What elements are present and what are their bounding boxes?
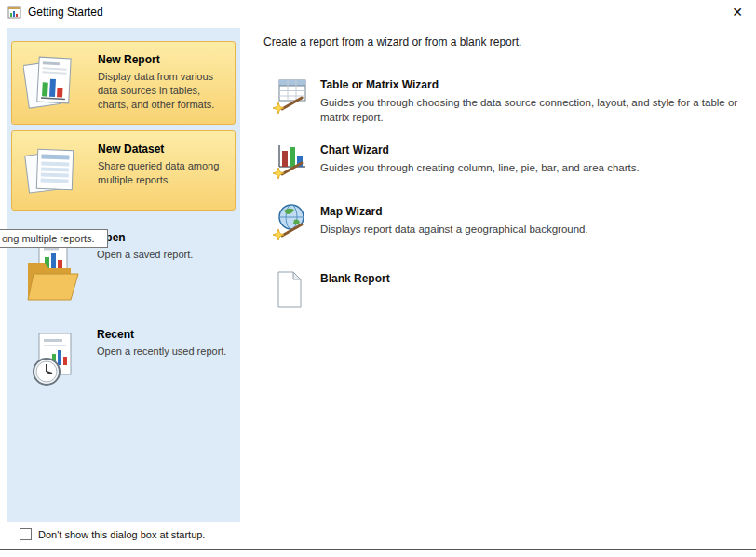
wizard-item-title: Blank Report [320, 272, 749, 285]
sidebar-item-description: Share queried data among multiple report… [98, 159, 229, 187]
sidebar-item-description: Open a saved report. [97, 248, 230, 262]
recent-clock-icon [26, 330, 80, 393]
sidebar-item-title: New Report [98, 53, 229, 66]
sidebar-item-title: New Dataset [98, 143, 229, 156]
wizard-item-description: Guides you through creating column, line… [320, 160, 749, 175]
report-builder-app-icon [7, 5, 22, 20]
startup-checkbox-label: Don't show this dialog box at startup. [38, 529, 205, 540]
sidebar-item-title: Recent [97, 328, 230, 341]
sidebar-item-title: Open [97, 231, 230, 244]
sidebar-item-new-report[interactable]: New Report Display data from various dat… [11, 41, 236, 125]
sidebar: New Report Display data from various dat… [7, 28, 240, 522]
sidebar-item-recent[interactable]: Recent Open a recently used report. [11, 324, 236, 402]
new-report-icon [23, 52, 77, 117]
sidebar-item-new-dataset[interactable]: New Dataset Share queried data among mul… [11, 130, 236, 211]
wizard-item-description: Guides you through choosing the data sou… [320, 95, 749, 125]
table-matrix-wizard-icon [270, 76, 309, 119]
startup-option-row: Don't show this dialog box at startup. [7, 522, 240, 549]
wizard-item-table-matrix[interactable]: Table or Matrix Wizard Guides you throug… [263, 76, 747, 138]
tooltip: ong multiple reports. [0, 229, 108, 248]
wizard-item-title: Map Wizard [320, 205, 749, 218]
sidebar-item-description: Display data from various data sources i… [98, 70, 229, 112]
getting-started-dialog: Getting Started ✕ [0, 0, 756, 557]
close-icon[interactable]: ✕ [728, 3, 747, 21]
new-dataset-icon [23, 144, 77, 202]
wizard-item-chart[interactable]: Chart Wizard Guides you through creating… [263, 142, 747, 197]
wizard-item-blank-report[interactable]: Blank Report [263, 266, 747, 313]
open-folder-icon [24, 240, 82, 311]
startup-checkbox[interactable] [20, 528, 32, 540]
main-header: Create a report from a wizard or from a … [263, 35, 521, 48]
sidebar-item-description: Open a recently used report. [97, 345, 230, 359]
wizard-item-title: Table or Matrix Wizard [320, 78, 749, 91]
chart-wizard-icon [270, 142, 309, 184]
window-title: Getting Started [28, 6, 103, 19]
blank-report-icon [276, 270, 304, 313]
title-bar: Getting Started ✕ [0, 0, 756, 24]
main-panel: Create a report from a wizard or from a … [240, 24, 756, 549]
wizard-item-title: Chart Wizard [320, 143, 749, 156]
wizard-item-description: Displays report data against a geographi… [320, 222, 749, 237]
window-bottom-border [0, 549, 756, 550]
map-wizard-icon [270, 203, 309, 246]
wizard-item-map[interactable]: Map Wizard Displays report data against … [263, 203, 747, 261]
